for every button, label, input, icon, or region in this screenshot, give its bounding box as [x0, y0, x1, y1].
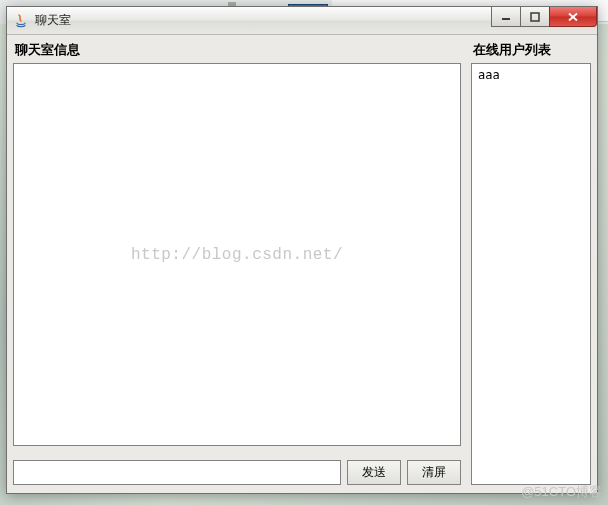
- window-title: 聊天室: [35, 12, 71, 29]
- maximize-button[interactable]: [520, 7, 550, 27]
- right-column: 在线用户列表 aaa: [471, 39, 591, 485]
- titlebar[interactable]: 聊天室: [7, 7, 597, 35]
- user-list-item[interactable]: aaa: [478, 68, 584, 82]
- send-button[interactable]: 发送: [347, 460, 401, 485]
- client-area: 聊天室信息 http://blog.csdn.net/ 发送 清屏 在线用户列表…: [7, 35, 597, 493]
- clear-button[interactable]: 清屏: [407, 460, 461, 485]
- java-icon: [13, 13, 29, 29]
- message-input[interactable]: [13, 460, 341, 485]
- chat-window: 聊天室 聊天室信息 http://blog.csdn.net/: [6, 6, 598, 494]
- close-button[interactable]: [549, 7, 597, 27]
- chat-messages-area[interactable]: [16, 66, 458, 443]
- left-column: 聊天室信息 http://blog.csdn.net/ 发送 清屏: [13, 39, 461, 485]
- minimize-icon: [501, 12, 511, 22]
- window-controls: [492, 7, 597, 27]
- svg-rect-1: [531, 13, 539, 21]
- userlist-panel: aaa: [471, 63, 591, 485]
- chat-messages-panel: http://blog.csdn.net/: [13, 63, 461, 446]
- close-icon: [567, 12, 579, 22]
- svg-rect-0: [502, 18, 510, 20]
- maximize-icon: [530, 12, 540, 22]
- chat-section-header: 聊天室信息: [13, 39, 461, 63]
- minimize-button[interactable]: [491, 7, 521, 27]
- user-list[interactable]: aaa: [474, 66, 588, 84]
- userlist-section-header: 在线用户列表: [471, 39, 591, 63]
- input-row: 发送 清屏: [13, 460, 461, 485]
